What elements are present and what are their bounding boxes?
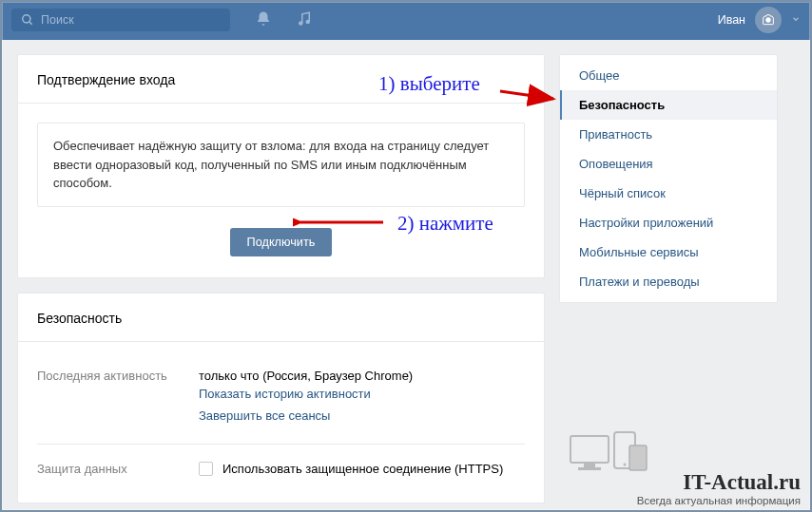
avatar (755, 7, 782, 33)
panel-confirmation: Подтверждение входа Обеспечивает надёжну… (17, 54, 545, 278)
watermark-subtitle: Всегда актуальная информация (637, 495, 801, 506)
sidebar-item-payments[interactable]: Платежи и переводы (560, 267, 777, 296)
sidebar: Общее Безопасность Приватность Оповещени… (559, 54, 778, 303)
end-sessions-link[interactable]: Завершить все сеансы (199, 405, 413, 427)
svg-line-1 (29, 22, 32, 25)
sidebar-item-privacy[interactable]: Приватность (560, 120, 777, 149)
sidebar-item-mobile[interactable]: Мобильные сервисы (560, 237, 777, 267)
svg-point-2 (300, 22, 302, 25)
activity-row: Последняя активность только что (Россия,… (37, 361, 525, 434)
watermark-title: IT-Actual.ru (637, 470, 801, 495)
bell-icon[interactable] (255, 10, 272, 30)
content-area: Подтверждение входа Обеспечивает надёжну… (0, 40, 812, 512)
activity-label: Последняя активность (37, 369, 199, 427)
main-column: Подтверждение входа Обеспечивает надёжну… (17, 54, 545, 503)
svg-point-0 (23, 15, 30, 23)
search-input[interactable] (41, 13, 221, 27)
connect-button[interactable]: Подключить (230, 228, 333, 256)
svg-point-3 (306, 20, 309, 23)
https-label: Использовать защищенное соединение (HTTP… (222, 462, 503, 476)
separator (37, 444, 525, 445)
sidebar-item-notifications[interactable]: Оповещения (560, 149, 777, 179)
activity-value: только что (Россия, Браузер Chrome) (199, 369, 413, 383)
data-label: Защита данных (37, 462, 199, 476)
history-link[interactable]: Показать историю активности (199, 383, 413, 405)
topbar: Иван (0, 0, 812, 40)
sidebar-item-security[interactable]: Безопасность (560, 90, 777, 120)
info-box: Обеспечивает надёжную защиту от взлома: … (37, 123, 525, 207)
data-protection-row: Защита данных Использовать защищенное со… (37, 454, 525, 484)
panel1-title: Подтверждение входа (18, 55, 544, 104)
topbar-icons (255, 10, 313, 30)
svg-point-4 (765, 17, 770, 22)
user-menu[interactable]: Иван (718, 7, 801, 33)
username-label: Иван (718, 13, 745, 27)
https-checkbox[interactable] (199, 462, 213, 476)
music-icon[interactable] (296, 10, 313, 30)
watermark: IT-Actual.ru Всегда актуальная информаци… (637, 470, 801, 506)
panel-security: Безопасность Последняя активность только… (17, 293, 545, 503)
panel2-title: Безопасность (18, 294, 544, 342)
sidebar-item-general[interactable]: Общее (560, 61, 777, 90)
search-icon (21, 13, 34, 27)
search-container[interactable] (11, 9, 230, 31)
sidebar-item-blacklist[interactable]: Чёрный список (560, 179, 777, 208)
chevron-down-icon (791, 13, 801, 27)
sidebar-item-apps[interactable]: Настройки приложений (560, 208, 777, 237)
